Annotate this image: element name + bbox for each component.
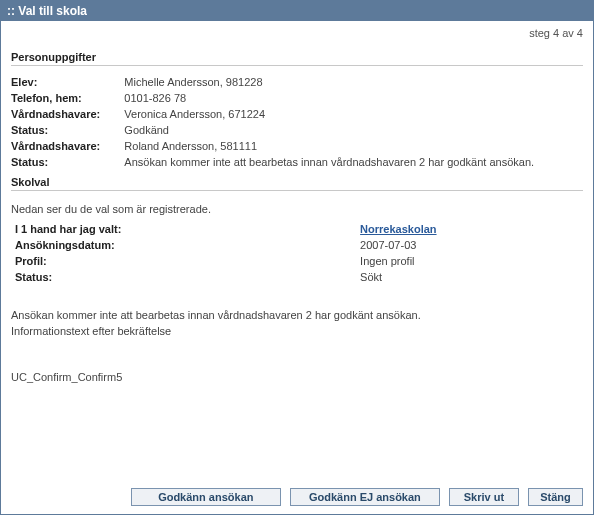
approve-button[interactable]: Godkänn ansökan [131,488,281,506]
note-line1: Ansökan kommer inte att bearbetas innan … [11,309,583,321]
code-text: UC_Confirm_Confirm5 [11,371,583,383]
print-button[interactable]: Skriv ut [449,488,519,506]
vardnadshavare2-label: Vårdnadshavare: [11,138,124,154]
skolval-fields: I 1 hand har jag valt: Norrekaskolan Ans… [15,221,583,285]
status1-value: Godkänd [124,122,583,138]
reject-button[interactable]: Godkänn EJ ansökan [290,488,440,506]
window: :: Val till skola steg 4 av 4 Personuppg… [0,0,594,515]
titlebar: :: Val till skola [1,1,593,21]
choice-label: I 1 hand har jag valt: [15,221,360,237]
section-personuppgifter-header: Personuppgifter [11,51,583,66]
vardnadshavare1-value: Veronica Andersson, 671224 [124,106,583,122]
status1-label: Status: [11,122,124,138]
status2-label: Status: [11,154,124,170]
status2-value: Ansökan kommer inte att bearbetas innan … [124,154,583,170]
close-button[interactable]: Stäng [528,488,583,506]
vardnadshavare1-label: Vårdnadshavare: [11,106,124,122]
skolval-status-value: Sökt [360,269,583,285]
button-row: Godkänn ansökan Godkänn EJ ansökan Skriv… [11,478,583,506]
vardnadshavare2-value: Roland Andersson, 581111 [124,138,583,154]
telefon-value: 0101-826 78 [124,90,583,106]
elev-value: Michelle Andersson, 981228 [124,74,583,90]
section-skolval-header: Skolval [11,176,583,191]
elev-label: Elev: [11,74,124,90]
profile-label: Profil: [15,253,360,269]
date-value: 2007-07-03 [360,237,583,253]
skolval-status-label: Status: [15,269,360,285]
telefon-label: Telefon, hem: [11,90,124,106]
step-indicator: steg 4 av 4 [11,27,583,39]
note-line2: Informationstext efter bekräftelse [11,325,583,337]
profile-value: Ingen profil [360,253,583,269]
notes: Ansökan kommer inte att bearbetas innan … [11,309,583,341]
content: steg 4 av 4 Personuppgifter Elev: Michel… [1,21,593,514]
skolval-intro: Nedan ser du de val som är registrerade. [11,203,583,215]
choice-link[interactable]: Norrekaskolan [360,223,436,235]
personuppgifter-fields: Elev: Michelle Andersson, 981228 Telefon… [11,74,583,170]
date-label: Ansökningsdatum: [15,237,360,253]
